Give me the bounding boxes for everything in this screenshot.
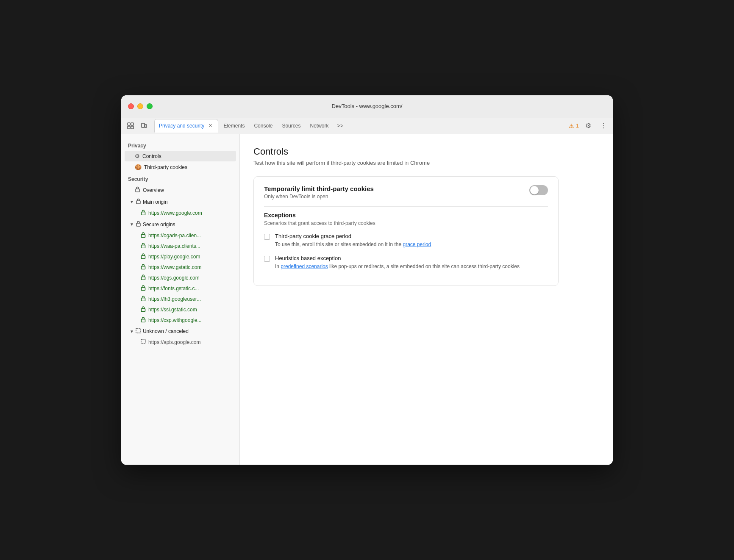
lock-green-2 <box>141 253 146 260</box>
controls-card: Temporarily limit third-party cookies On… <box>253 176 559 286</box>
sidebar-item-secure-6[interactable]: https://lh3.googleuser... <box>125 294 236 304</box>
exception-2-content: Heuristics based exception In predefined… <box>275 255 548 270</box>
sidebar-item-secure-2[interactable]: https://play.google.com <box>125 252 236 262</box>
exception-2-desc-after: like pop-ups or redirects, a site embedd… <box>328 263 520 269</box>
titlebar: DevTools - www.google.com/ <box>121 95 613 117</box>
svg-rect-11 <box>142 245 145 248</box>
sidebar-item-google-main[interactable]: https://www.google.com <box>125 208 236 218</box>
sidebar-item-secure-1[interactable]: https://waa-pa.clients... <box>125 241 236 251</box>
lock-green-5 <box>141 285 146 292</box>
secure-origin-7: https://ssl.gstatic.com <box>148 307 197 313</box>
page-title: Controls <box>253 146 599 157</box>
more-tabs-button[interactable]: >> <box>334 121 347 130</box>
sidebar-item-secure-4[interactable]: https://ogs.google.com <box>125 273 236 283</box>
card-desc: Only when DevTools is open <box>264 194 523 200</box>
tab-elements[interactable]: Elements <box>219 119 249 133</box>
sidebar: Privacy ⚙ Controls 🍪 Third-party cookies… <box>121 134 240 465</box>
svg-rect-4 <box>142 123 145 128</box>
tab-network[interactable]: Network <box>306 119 333 133</box>
sidebar-controls-label: Controls <box>142 153 161 159</box>
page-subtitle: Test how this site will perform if third… <box>253 160 599 166</box>
sidebar-item-controls[interactable]: ⚙ Controls <box>125 151 236 161</box>
lock-green-6 <box>141 296 146 302</box>
card-divider <box>264 206 548 207</box>
svg-rect-2 <box>128 126 130 129</box>
exception-grace-period: Third-party cookie grace period To use t… <box>264 233 548 248</box>
svg-rect-9 <box>136 223 140 226</box>
more-options-button[interactable]: ⋮ <box>598 120 609 132</box>
warning-badge[interactable]: ⚠ 1 <box>569 122 579 129</box>
sidebar-item-secure-3[interactable]: https://www.gstatic.com <box>125 262 236 272</box>
settings-button[interactable]: ⚙ <box>582 120 594 132</box>
card-title-group: Temporarily limit third-party cookies On… <box>264 185 523 200</box>
sidebar-item-secure-0[interactable]: https://ogads-pa.clien... <box>125 230 236 241</box>
tabbar-right: ⚠ 1 ⚙ ⋮ <box>569 120 609 132</box>
gear-icon: ⚙ <box>135 153 140 159</box>
lock-green-1 <box>141 243 146 250</box>
exception-2-title: Heuristics based exception <box>275 255 548 261</box>
grace-period-checkbox[interactable] <box>264 234 270 240</box>
secure-origin-4: https://ogs.google.com <box>148 275 200 281</box>
grace-period-link[interactable]: grace period <box>403 241 431 247</box>
secure-origin-5: https://fonts.gstatic.c... <box>148 286 199 291</box>
limit-cookies-toggle[interactable] <box>529 185 548 195</box>
unknown-origin-0: https://apis.google.com <box>148 339 200 345</box>
svg-rect-3 <box>131 126 133 129</box>
tab-privacy-security-label: Privacy and security <box>159 123 204 129</box>
tabbar-icons <box>125 120 150 132</box>
devtools-window: DevTools - www.google.com/ Privacy and <box>121 95 613 465</box>
secure-origin-1: https://waa-pa.clients... <box>148 243 200 249</box>
devtools-inspect-icon[interactable] <box>125 120 136 132</box>
lock-green-7 <box>141 306 146 313</box>
predefined-scenarios-link[interactable]: predefined scenarios <box>281 263 328 269</box>
tab-elements-label: Elements <box>223 123 245 129</box>
cookie-icon: 🍪 <box>135 164 142 170</box>
secure-origin-2: https://play.google.com <box>148 254 200 260</box>
unknown-icon-0 <box>141 339 146 345</box>
lock-icon <box>135 186 140 194</box>
main-area: Privacy ⚙ Controls 🍪 Third-party cookies… <box>121 134 613 465</box>
lock-green-4 <box>141 274 146 281</box>
maximize-button[interactable] <box>147 103 153 109</box>
secure-origin-0: https://ogads-pa.clien... <box>148 233 201 238</box>
sidebar-item-unknown-0[interactable]: https://apis.google.com <box>125 337 236 347</box>
sidebar-main-origin-label: Main origin <box>143 199 168 205</box>
svg-rect-7 <box>136 201 140 204</box>
minimize-button[interactable] <box>137 103 143 109</box>
sidebar-main-origin-url: https://www.google.com <box>148 210 202 216</box>
svg-rect-16 <box>142 298 145 301</box>
sidebar-security-label: Security <box>121 173 239 184</box>
devtools-device-icon[interactable] <box>138 120 150 132</box>
exception-1-desc: To use this, enroll this site or sites e… <box>275 241 548 248</box>
heuristics-checkbox[interactable] <box>264 256 270 262</box>
exceptions-desc: Scenarios that grant access to third-par… <box>264 220 548 226</box>
toggle-knob <box>530 186 539 194</box>
lock-green-main-icon <box>141 210 146 216</box>
sidebar-item-overview[interactable]: Overview <box>125 184 236 196</box>
sidebar-item-secure-8[interactable]: https://csp.withgoogle... <box>125 315 236 325</box>
sidebar-item-secure-origins[interactable]: ▼ Secure origins <box>125 219 236 230</box>
tab-console[interactable]: Console <box>250 119 277 133</box>
sidebar-item-secure-5[interactable]: https://fonts.gstatic.c... <box>125 283 236 294</box>
tab-close-icon[interactable]: ✕ <box>207 122 214 129</box>
sidebar-overview-label: Overview <box>143 187 164 193</box>
secure-origin-3: https://www.gstatic.com <box>148 264 201 270</box>
tab-privacy-security[interactable]: Privacy and security ✕ <box>154 119 218 133</box>
secure-origin-6: https://lh3.googleuser... <box>148 296 201 302</box>
sidebar-item-secure-7[interactable]: https://ssl.gstatic.com <box>125 305 236 315</box>
expand-arrow-unknown: ▼ <box>130 329 134 334</box>
svg-rect-17 <box>142 309 145 312</box>
exception-2-desc-in: In <box>275 263 281 269</box>
exception-heuristics: Heuristics based exception In predefined… <box>264 255 548 270</box>
expand-arrow-secure: ▼ <box>130 222 134 227</box>
warning-count: 1 <box>576 123 579 129</box>
tab-console-label: Console <box>254 123 272 129</box>
close-button[interactable] <box>128 103 134 109</box>
tab-sources[interactable]: Sources <box>278 119 305 133</box>
sidebar-item-main-origin[interactable]: ▼ Main origin <box>125 196 236 208</box>
card-header: Temporarily limit third-party cookies On… <box>264 185 548 200</box>
unknown-icon <box>136 328 141 335</box>
window-title: DevTools - www.google.com/ <box>332 103 403 109</box>
sidebar-item-third-party[interactable]: 🍪 Third-party cookies <box>125 162 236 172</box>
sidebar-item-unknown[interactable]: ▼ Unknown / canceled <box>125 326 236 337</box>
